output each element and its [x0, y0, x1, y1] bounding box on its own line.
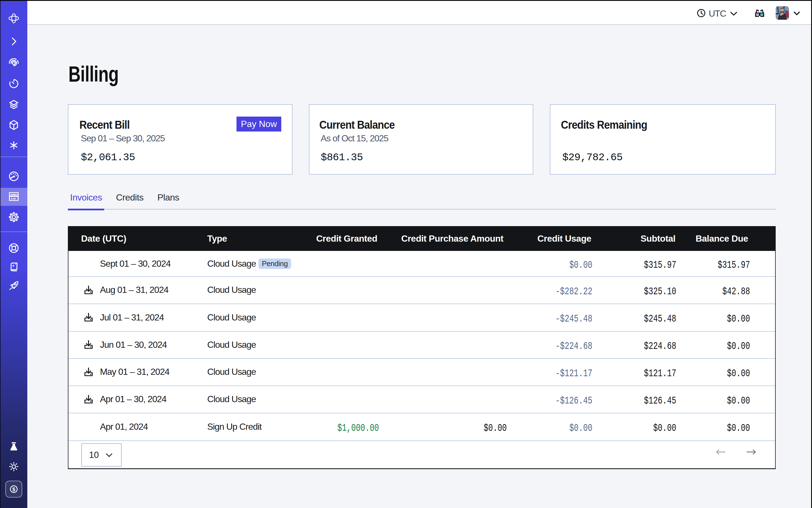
svg-text:$: $ — [12, 486, 15, 492]
